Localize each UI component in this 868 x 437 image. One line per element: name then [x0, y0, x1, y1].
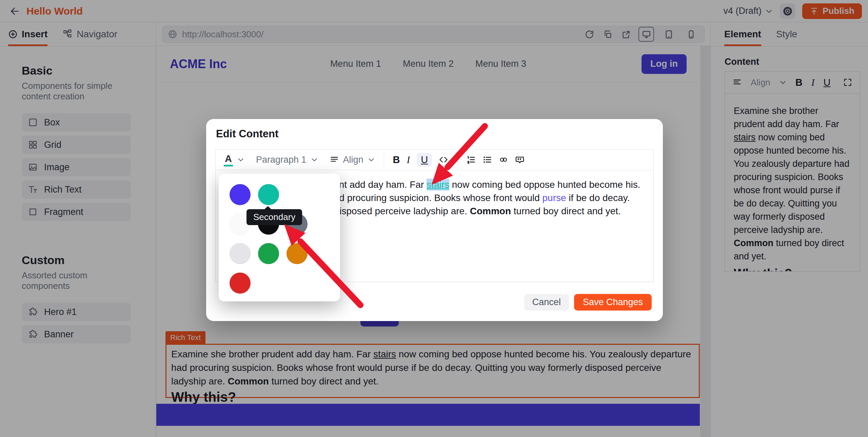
color-swatch[interactable]	[230, 273, 251, 294]
link-button[interactable]	[499, 155, 508, 164]
code-icon	[439, 155, 448, 164]
paragraph-style-label: Paragraph 1	[256, 155, 307, 165]
color-tooltip: Secondary	[246, 209, 302, 225]
ordered-list-button[interactable]	[466, 155, 476, 164]
chevron-down-icon	[311, 156, 318, 163]
quote-button[interactable]	[515, 155, 525, 164]
color-swatch-grid	[230, 184, 308, 294]
chevron-down-icon	[237, 156, 244, 163]
save-changes-button[interactable]: Save Changes	[574, 294, 652, 311]
color-picker-popup: Secondary	[219, 174, 340, 301]
bullet-list-icon	[482, 155, 492, 164]
color-swatch[interactable]	[230, 243, 251, 264]
align-dropdown[interactable]: Align	[330, 155, 375, 165]
bullet-list-button[interactable]	[482, 155, 492, 164]
color-swatch[interactable]	[230, 184, 251, 205]
cancel-button[interactable]: Cancel	[524, 294, 569, 311]
ordered-list-icon	[466, 155, 476, 164]
text-segment-colored: purse	[542, 193, 566, 203]
bold-button[interactable]: B	[393, 154, 400, 165]
align-dropdown-label: Align	[343, 155, 363, 165]
chevron-down-icon	[368, 156, 375, 163]
modal-title: Edit Content	[216, 128, 278, 140]
text-segment-plain: turned boy direct and yet.	[511, 206, 621, 216]
rich-text-toolbar: A Paragraph 1 Align	[215, 149, 654, 170]
quote-icon	[515, 155, 525, 164]
toolbar-divider	[457, 153, 457, 166]
text-color-letter: A	[224, 153, 233, 166]
app-window: Hello World v4 (Draft)	[0, 0, 868, 437]
tooltip-arrow	[264, 206, 272, 210]
modal-footer: Cancel Save Changes	[524, 294, 652, 311]
color-swatch[interactable]	[287, 243, 308, 264]
text-color-dropdown[interactable]: A	[224, 153, 244, 166]
link-icon	[499, 155, 508, 164]
align-lines-icon	[330, 155, 339, 164]
color-swatch[interactable]	[258, 243, 279, 264]
tooltip-label: Secondary	[253, 212, 295, 222]
text-segment-bold: Common	[470, 206, 511, 216]
code-button[interactable]	[439, 155, 448, 164]
underline-button[interactable]: U	[417, 153, 432, 167]
paragraph-style-dropdown[interactable]: Paragraph 1	[256, 155, 318, 165]
text-segment-link: stairs	[427, 179, 449, 191]
italic-button[interactable]: I	[407, 154, 410, 165]
color-swatch[interactable]	[258, 184, 279, 205]
toolbar-divider	[384, 153, 384, 166]
